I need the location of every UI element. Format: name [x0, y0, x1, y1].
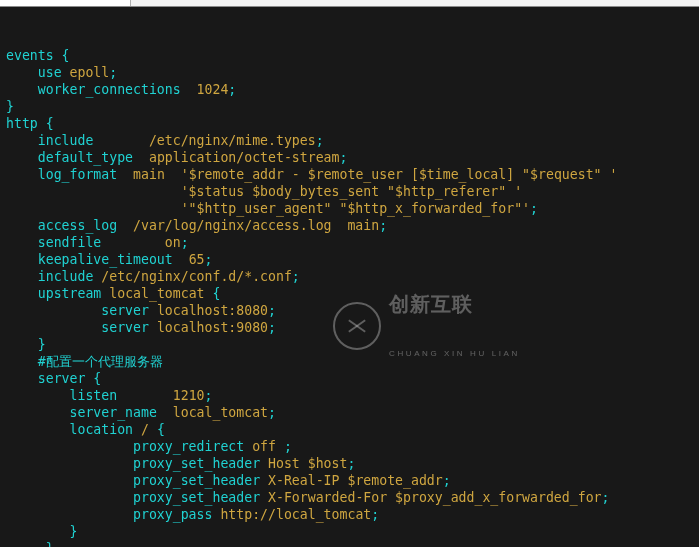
code-token: [6, 201, 181, 216]
code-token: include: [38, 133, 94, 148]
code-token: ;: [284, 439, 292, 454]
code-line: proxy_set_header Host $host;: [6, 455, 699, 472]
code-line: http {: [6, 115, 699, 132]
code-token: [6, 150, 38, 165]
code-line: proxy_redirect off ;: [6, 438, 699, 455]
code-line: proxy_set_header X-Forwarded-For $proxy_…: [6, 489, 699, 506]
code-token: [6, 507, 133, 522]
code-token: }: [6, 99, 14, 114]
code-token: }: [70, 524, 78, 539]
code-token: [93, 133, 149, 148]
code-token: ;: [228, 82, 236, 97]
code-token: ;: [340, 150, 348, 165]
code-line: worker_connections 1024;: [6, 81, 699, 98]
code-token: proxy_set_header: [133, 456, 260, 471]
code-line: access_log /var/log/nginx/access.log mai…: [6, 217, 699, 234]
code-line: server localhost:9080;: [6, 319, 699, 336]
code-token: on: [165, 235, 181, 250]
code-token: [149, 422, 157, 437]
code-line: server_name local_tomcat;: [6, 404, 699, 421]
code-token: [6, 65, 38, 80]
code-token: /etc/nginx/conf.d/*.conf: [101, 269, 292, 284]
code-token: [149, 320, 157, 335]
code-token: [6, 235, 38, 250]
code-line: }: [6, 540, 699, 547]
code-token: 1210: [173, 388, 205, 403]
code-token: [6, 490, 133, 505]
code-line: '$status $body_bytes_sent "$http_referer…: [6, 183, 699, 200]
code-line: '"$http_user_agent" "$http_x_forwarded_f…: [6, 200, 699, 217]
code-token: off: [252, 439, 276, 454]
code-token: ;: [109, 65, 117, 80]
code-token: location: [70, 422, 134, 437]
code-token: [165, 167, 181, 182]
code-token: ;: [530, 201, 538, 216]
code-token: sendfile: [38, 235, 102, 250]
code-token: access_log: [38, 218, 117, 233]
code-token: ;: [379, 218, 387, 233]
code-token: ;: [316, 133, 324, 148]
code-token: [149, 303, 157, 318]
code-token: [6, 371, 38, 386]
code-line: use epoll;: [6, 64, 699, 81]
code-line: include /etc/nginx/mime.types;: [6, 132, 699, 149]
code-token: '$remote_addr - $remote_user [$time_loca…: [181, 167, 618, 182]
code-token: X-Real-IP $remote_addr: [268, 473, 443, 488]
code-token: ;: [602, 490, 610, 505]
code-token: [6, 524, 70, 539]
code-token: {: [212, 286, 220, 301]
code-token: ;: [268, 405, 276, 420]
code-token: server: [101, 303, 149, 318]
code-token: events {: [6, 48, 70, 63]
code-token: [6, 303, 101, 318]
code-token: proxy_redirect: [133, 439, 244, 454]
code-token: use: [38, 65, 62, 80]
code-token: ;: [443, 473, 451, 488]
code-line: server {: [6, 370, 699, 387]
editor-tab[interactable]: [0, 0, 131, 6]
code-token: ;: [205, 388, 213, 403]
code-token: '$status $body_bytes_sent "$http_referer…: [181, 184, 522, 199]
code-token: X-Forwarded-For $proxy_add_x_forwarded_f…: [268, 490, 601, 505]
code-token: ;: [347, 456, 355, 471]
code-line: keepalive_timeout 65;: [6, 251, 699, 268]
editor-tab-bar: [0, 0, 699, 7]
code-token: epoll: [70, 65, 110, 80]
code-line: default_type application/octet-stream;: [6, 149, 699, 166]
code-line: server localhost:8080;: [6, 302, 699, 319]
code-token: [6, 456, 133, 471]
code-token: [6, 473, 133, 488]
code-token: upstream: [38, 286, 102, 301]
code-token: [276, 439, 284, 454]
code-token: [133, 422, 141, 437]
code-token: [6, 541, 46, 547]
code-editor-viewport[interactable]: 创新互联 CHUANG XIN HU LIAN events { use epo…: [0, 7, 699, 547]
code-token: [117, 167, 133, 182]
code-line: }: [6, 523, 699, 540]
code-token: [181, 82, 197, 97]
code-token: [6, 167, 38, 182]
code-token: ;: [371, 507, 379, 522]
code-token: [260, 473, 268, 488]
code-token: [260, 456, 268, 471]
code-token: [62, 65, 70, 80]
code-token: /var/log/nginx/access.log main: [133, 218, 379, 233]
code-line: proxy_set_header X-Real-IP $remote_addr;: [6, 472, 699, 489]
code-line: sendfile on;: [6, 234, 699, 251]
code-token: proxy_pass: [133, 507, 212, 522]
code-token: [6, 422, 70, 437]
code-token: [6, 320, 101, 335]
code-token: [6, 252, 38, 267]
code-token: [6, 439, 133, 454]
code-line: proxy_pass http://local_tomcat;: [6, 506, 699, 523]
code-token: keepalive_timeout: [38, 252, 173, 267]
code-token: ;: [268, 320, 276, 335]
code-token: server_name: [70, 405, 157, 420]
code-token: /etc/nginx/mime.types: [149, 133, 316, 148]
code-line: log_format main '$remote_addr - $remote_…: [6, 166, 699, 183]
code-token: }: [46, 541, 54, 547]
code-token: [6, 337, 38, 352]
code-token: ;: [181, 235, 189, 250]
code-token: [6, 133, 38, 148]
code-token: include: [38, 269, 94, 284]
